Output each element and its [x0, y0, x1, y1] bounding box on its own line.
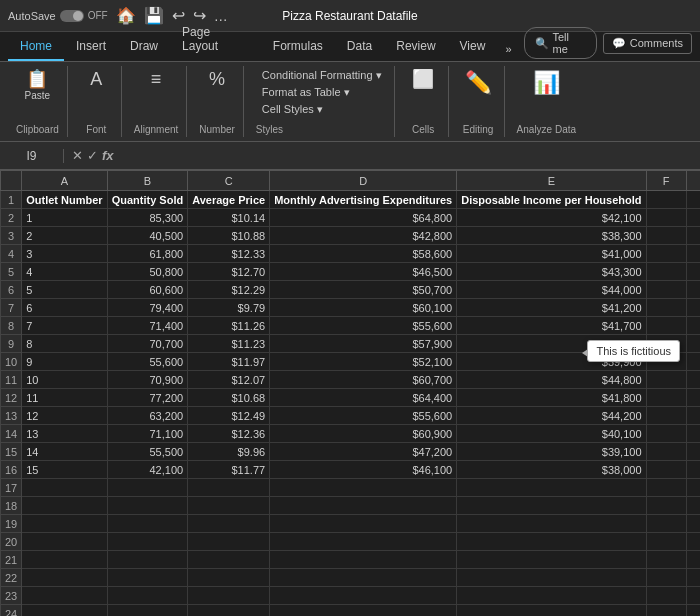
col-header-f[interactable]: F — [646, 171, 686, 191]
empty-cell-C24[interactable] — [188, 605, 270, 617]
cell-G9[interactable] — [686, 335, 700, 353]
empty-cell-D22[interactable] — [270, 569, 457, 587]
empty-cell-A21[interactable] — [22, 551, 107, 569]
cell-C12[interactable]: $10.68 — [188, 389, 270, 407]
empty-cell-A22[interactable] — [22, 569, 107, 587]
cell-D11[interactable]: $60,700 — [270, 371, 457, 389]
empty-cell-G23[interactable] — [686, 587, 700, 605]
cell-D14[interactable]: $60,900 — [270, 425, 457, 443]
cell-D7[interactable]: $60,100 — [270, 299, 457, 317]
cell-A7[interactable]: 6 — [22, 299, 107, 317]
cell-A11[interactable]: 10 — [22, 371, 107, 389]
tab-more[interactable]: » — [497, 37, 519, 61]
cell-C7[interactable]: $9.79 — [188, 299, 270, 317]
empty-cell-F24[interactable] — [646, 605, 686, 617]
cell-E8[interactable]: $41,700 — [457, 317, 646, 335]
empty-cell-A17[interactable] — [22, 479, 107, 497]
col-header-g[interactable]: G — [686, 171, 700, 191]
empty-cell-B18[interactable] — [107, 497, 188, 515]
number-button[interactable]: % — [205, 68, 229, 90]
empty-cell-E19[interactable] — [457, 515, 646, 533]
cell-A3[interactable]: 2 — [22, 227, 107, 245]
insert-function-icon[interactable]: fx — [102, 148, 114, 163]
empty-cell-F19[interactable] — [646, 515, 686, 533]
cell-E7[interactable]: $41,200 — [457, 299, 646, 317]
empty-cell-B20[interactable] — [107, 533, 188, 551]
empty-cell-C17[interactable] — [188, 479, 270, 497]
empty-cell-C22[interactable] — [188, 569, 270, 587]
cell-D5[interactable]: $46,500 — [270, 263, 457, 281]
empty-cell-D19[interactable] — [270, 515, 457, 533]
cell-C9[interactable]: $11.23 — [188, 335, 270, 353]
header-cell-E[interactable]: Disposable Income per Household — [457, 191, 646, 209]
empty-cell-E22[interactable] — [457, 569, 646, 587]
cell-F5[interactable] — [646, 263, 686, 281]
empty-cell-D21[interactable] — [270, 551, 457, 569]
empty-cell-D23[interactable] — [270, 587, 457, 605]
col-header-e[interactable]: E — [457, 171, 646, 191]
cell-D10[interactable]: $52,100 — [270, 353, 457, 371]
cell-A9[interactable]: 8 — [22, 335, 107, 353]
empty-cell-G21[interactable] — [686, 551, 700, 569]
cell-G11[interactable] — [686, 371, 700, 389]
empty-cell-A23[interactable] — [22, 587, 107, 605]
col-header-a[interactable]: A — [22, 171, 107, 191]
cell-A4[interactable]: 3 — [22, 245, 107, 263]
cell-B3[interactable]: 40,500 — [107, 227, 188, 245]
cell-E6[interactable]: $44,000 — [457, 281, 646, 299]
cell-G12[interactable] — [686, 389, 700, 407]
empty-cell-F17[interactable] — [646, 479, 686, 497]
empty-cell-E18[interactable] — [457, 497, 646, 515]
empty-cell-F21[interactable] — [646, 551, 686, 569]
cell-F13[interactable] — [646, 407, 686, 425]
tab-insert[interactable]: Insert — [64, 33, 118, 61]
cell-E14[interactable]: $40,100 — [457, 425, 646, 443]
empty-cell-A19[interactable] — [22, 515, 107, 533]
cell-E2[interactable]: $42,100 — [457, 209, 646, 227]
empty-cell-D20[interactable] — [270, 533, 457, 551]
empty-cell-G22[interactable] — [686, 569, 700, 587]
empty-cell-D24[interactable] — [270, 605, 457, 617]
cell-F3[interactable] — [646, 227, 686, 245]
cell-F6[interactable] — [646, 281, 686, 299]
conditional-formatting-button[interactable]: Conditional Formatting ▾ — [258, 68, 386, 83]
cell-D16[interactable]: $46,100 — [270, 461, 457, 479]
confirm-formula-icon[interactable]: ✓ — [87, 148, 98, 163]
font-button[interactable]: A — [86, 68, 106, 90]
cell-C13[interactable]: $12.49 — [188, 407, 270, 425]
cancel-formula-icon[interactable]: ✕ — [72, 148, 83, 163]
cell-E3[interactable]: $38,300 — [457, 227, 646, 245]
empty-cell-B23[interactable] — [107, 587, 188, 605]
empty-cell-C20[interactable] — [188, 533, 270, 551]
cell-C3[interactable]: $10.88 — [188, 227, 270, 245]
cell-B10[interactable]: 55,600 — [107, 353, 188, 371]
cell-G3[interactable] — [686, 227, 700, 245]
cell-B4[interactable]: 61,800 — [107, 245, 188, 263]
cell-A10[interactable]: 9 — [22, 353, 107, 371]
cell-D8[interactable]: $55,600 — [270, 317, 457, 335]
cell-B13[interactable]: 63,200 — [107, 407, 188, 425]
header-cell-B[interactable]: Quantity Sold — [107, 191, 188, 209]
cell-C2[interactable]: $10.14 — [188, 209, 270, 227]
tab-data[interactable]: Data — [335, 33, 384, 61]
empty-cell-B17[interactable] — [107, 479, 188, 497]
cell-A5[interactable]: 4 — [22, 263, 107, 281]
cell-B5[interactable]: 50,800 — [107, 263, 188, 281]
sheet-scroll[interactable]: A B C D E F G 1Outlet NumberQuantity Sol… — [0, 170, 700, 616]
cell-F14[interactable] — [646, 425, 686, 443]
empty-cell-G18[interactable] — [686, 497, 700, 515]
header-cell-G[interactable] — [686, 191, 700, 209]
cell-C16[interactable]: $11.77 — [188, 461, 270, 479]
empty-cell-A20[interactable] — [22, 533, 107, 551]
cell-D12[interactable]: $64,400 — [270, 389, 457, 407]
cell-A13[interactable]: 12 — [22, 407, 107, 425]
cell-B15[interactable]: 55,500 — [107, 443, 188, 461]
cells-button[interactable]: ⬜ — [408, 68, 438, 90]
cell-A14[interactable]: 13 — [22, 425, 107, 443]
cell-F12[interactable] — [646, 389, 686, 407]
cell-E13[interactable]: $44,200 — [457, 407, 646, 425]
empty-cell-B24[interactable] — [107, 605, 188, 617]
cell-styles-button[interactable]: Cell Styles ▾ — [258, 102, 327, 117]
cell-F7[interactable] — [646, 299, 686, 317]
cell-G10[interactable] — [686, 353, 700, 371]
